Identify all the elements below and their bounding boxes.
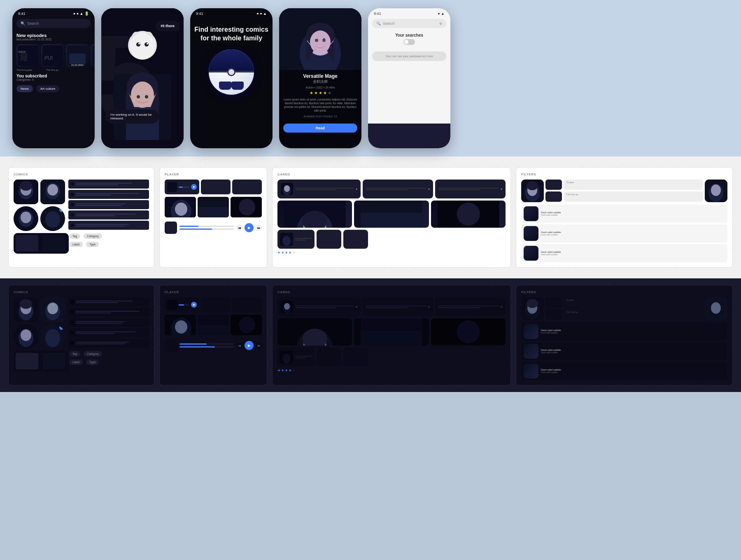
filter-thumb-2[interactable] [705,180,727,202]
comic-thumb-3[interactable] [14,206,38,231]
filter-thumb-sm-2[interactable] [545,191,562,202]
tag-2[interactable]: Category [84,233,102,239]
large-img-card-1[interactable] [277,201,352,228]
clist-item-5[interactable] [68,221,149,230]
clist-item-4[interactable] [68,210,149,219]
small-card-2[interactable] [317,230,341,249]
dark-large-card-1[interactable] [277,318,352,345]
dark-comic-thumb-wide[interactable] [14,351,69,371]
dark-filter-item-1[interactable]: Dash solid subtitleDash solid subtitle [521,322,727,341]
card-dropdown-1[interactable]: ▾ [277,180,361,198]
small-card-1[interactable] [277,230,315,249]
dark-mini-player-1[interactable]: ▶ [165,297,199,312]
read-button[interactable]: Read [283,124,357,133]
dark-filter-thumb-sm-1[interactable] [545,297,562,308]
mini-player-2[interactable] [201,180,231,194]
ep-card-3[interactable]: 21.02.2022 [66,44,89,67]
dark-card-dropdown-3[interactable]: ▾ [435,297,506,316]
filter-thumb-1[interactable] [521,180,544,202]
img-player-3[interactable] [231,197,262,217]
tab-news[interactable]: News [16,85,33,92]
dark-tag-4[interactable]: Type [86,359,99,365]
svg-text:迎: 迎 [20,52,28,61]
small-card-3[interactable] [343,230,368,249]
comic-thumb-1[interactable] [14,180,38,204]
dark-small-card-3[interactable] [343,348,368,366]
large-img-card-2[interactable] [354,201,429,228]
dark-img-player-2[interactable] [198,315,229,335]
last-pub-date: last publication: 21.02.2022 [16,38,91,41]
tag-3[interactable]: Label [69,242,83,247]
ep-card-1[interactable]: 迎back. [16,44,40,67]
large-img-card-3[interactable] [431,201,506,228]
dark-comic-thumb-3[interactable] [14,324,38,349]
next-button[interactable]: ⏭ [255,224,262,231]
dark-card-dropdown-2[interactable]: ▾ [363,297,433,316]
ep-card-4[interactable]: 21.02.2022 [91,44,95,67]
clist-item-2[interactable] [68,190,149,199]
toggle-switch[interactable] [403,39,415,45]
dark-next-button[interactable]: ⏭ [255,342,262,349]
dark-clist-item-4[interactable] [68,328,149,337]
comic-thumb-2[interactable] [40,180,65,204]
signal-5: ● ▲ [438,12,445,16]
svg-rect-6 [69,54,86,64]
dark-filter-label-1: Toolbar [564,297,703,308]
filter-icon-5[interactable]: ⚙ [439,22,442,26]
chevron-down-icon-2: ▾ [428,187,430,191]
card-dropdown-2[interactable]: ▾ [363,180,433,198]
dark-clist-item-1[interactable] [68,297,149,306]
comic-thumb-wide[interactable] [14,233,69,254]
card-dropdown-3[interactable]: ▾ [435,180,506,198]
tag-4[interactable]: Type [86,242,99,247]
dark-tag-3[interactable]: Label [69,359,83,365]
dark-filter-item-3[interactable]: Dash solid subtitleDash solid subtitle [521,362,727,380]
img-player-2[interactable] [198,197,229,217]
dark-tag-2[interactable]: Category [84,351,102,357]
svg-point-15 [144,42,149,47]
dark-tag-1[interactable]: Tag [69,351,80,357]
search-bar-1[interactable]: 🔍 Search [16,19,91,28]
search-icon-1: 🔍 [21,21,25,26]
search-bar-5[interactable]: 🔍 Search ⚙ [372,19,446,28]
prev-button[interactable]: ⏮ [236,224,243,231]
clist-item-3[interactable] [68,200,149,209]
clist-item-1[interactable] [68,180,149,189]
dark-card-dropdown-1[interactable]: ▾ [277,297,361,316]
dark-large-card-3[interactable] [431,318,506,345]
filter-item-2[interactable]: Dash solid subtitleDash solid subtitle [521,224,727,243]
ep-card-2[interactable]: PUI [41,44,64,67]
search-placeholder-1: Search [27,21,39,26]
comic-thumb-4[interactable]: ● [40,206,65,231]
dark-clist-item-2[interactable] [68,308,149,317]
dark-mini-player-3[interactable] [232,297,262,312]
dark-filter-thumb-1[interactable] [521,297,544,320]
dark-comic-thumb-4[interactable]: ● [40,324,65,349]
dark-filter-thumb-2[interactable] [705,297,727,320]
dark-mini-player-2[interactable] [201,297,231,312]
tab-art[interactable]: Art culture [36,85,59,92]
dark-clist-item-5[interactable] [68,338,149,348]
mini-player-3[interactable] [232,180,262,194]
filter-item-3[interactable]: Dash solid subtitleDash solid subtitle [521,244,727,262]
dark-prev-button[interactable]: ⏮ [236,342,243,349]
dark-small-card-1[interactable] [277,348,315,366]
dark-large-card-2[interactable] [354,318,429,345]
dark-img-player-1[interactable] [165,315,196,335]
dark-img-player-3[interactable] [231,315,262,335]
dark-play-button[interactable]: ▶ [245,341,254,350]
dark-clist-item-3[interactable] [68,318,149,327]
dark-filter-thumb-sm-2[interactable] [545,309,562,320]
dark-filter-item-2[interactable]: Dash solid subtitleDash solid subtitle [521,342,727,360]
filter-item-1[interactable]: Dash solid subtitleDash solid subtitle [521,205,727,223]
mini-player-1[interactable]: ▶ [165,180,199,194]
dark-comic-thumb-2[interactable] [40,297,65,322]
filter-thumb-sm-1[interactable] [545,180,562,190]
filter-label-1: Toolbar [564,180,703,190]
dark-comic-thumb-1[interactable] [14,297,38,322]
tag-1[interactable]: Tag [69,233,80,239]
dark-small-card-2[interactable] [317,348,341,366]
play-button[interactable]: ▶ [245,223,254,232]
img-player-1[interactable] [165,197,196,217]
dark-chevron-2: ▾ [428,305,430,309]
